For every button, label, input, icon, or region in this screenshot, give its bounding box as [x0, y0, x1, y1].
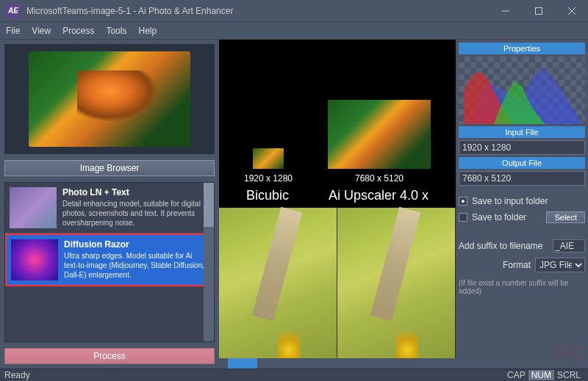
menu-view[interactable]: View — [32, 26, 51, 36]
detail-bicubic[interactable] — [219, 208, 337, 369]
titlebar: AE MicrosoftTeams-image-5-1 - Ai Photo &… — [0, 0, 588, 22]
input-dimensions: 1920 x 1280 — [244, 173, 293, 184]
model-thumb — [11, 239, 58, 280]
model-card-photo-ln[interactable]: Photo LN + Text Detail enhancing model, … — [5, 183, 214, 233]
menu-file[interactable]: File — [6, 26, 20, 36]
select-folder-button[interactable]: Select — [546, 211, 585, 223]
status-scrl: SCRL — [554, 370, 584, 380]
model-list[interactable]: Photo LN + Text Detail enhancing model, … — [4, 182, 215, 342]
scrollbar[interactable] — [204, 183, 214, 341]
output-file-header: Output File — [459, 157, 585, 169]
input-thumb — [253, 148, 284, 169]
input-file-header: Input File — [459, 126, 585, 138]
save-input-checkbox[interactable]: ● — [459, 197, 467, 206]
svg-rect-1 — [535, 7, 542, 14]
model-desc: Ultra sharp edges. Model suitable for Ai… — [64, 251, 208, 280]
input-file-field[interactable] — [459, 140, 585, 155]
status-num: NUM — [528, 370, 554, 380]
maximize-button[interactable] — [522, 0, 555, 22]
format-label: Format — [503, 260, 531, 270]
save-folder-label: Save to folder — [472, 212, 542, 222]
watermark: P.C — [554, 341, 584, 366]
method-label-ai: Ai Upscaler 4.0 x — [329, 188, 429, 203]
save-input-label: Save to input folder — [472, 196, 585, 206]
menubar: File View Process Tools Help — [0, 22, 588, 40]
menu-tools[interactable]: Tools — [107, 26, 127, 36]
window-title: MicrosoftTeams-image-5-1 - Ai Photo & Ar… — [26, 6, 489, 16]
format-select[interactable]: JPG File — [535, 258, 585, 272]
model-card-diffusion-razor[interactable]: Diffusion Razor Ultra sharp edges. Model… — [5, 233, 214, 286]
statusbar: Ready CAP NUM SCRL — [0, 369, 588, 381]
horizontal-scrollbar[interactable] — [219, 358, 456, 369]
model-desc: Detail enhancing model, suitable for dig… — [62, 199, 209, 228]
close-button[interactable] — [555, 0, 588, 22]
model-title: Diffusion Razor — [64, 239, 208, 250]
output-dimensions: 7680 x 5120 — [328, 173, 431, 184]
save-folder-checkbox[interactable] — [459, 213, 467, 222]
output-thumb — [328, 100, 431, 169]
comparison-panel: 1920 x 1280 7680 x 5120 Bicubic Ai Upsca… — [219, 40, 456, 369]
model-title: Photo LN + Text — [62, 187, 209, 197]
suffix-input[interactable] — [553, 239, 585, 253]
status-ready: Ready — [4, 370, 30, 380]
left-panel: Image Browser Photo LN + Text Detail enh… — [0, 40, 219, 369]
menu-help[interactable]: Help — [139, 26, 157, 36]
model-thumb — [10, 187, 57, 228]
properties-header: Properties — [459, 43, 585, 54]
preview-image — [29, 51, 190, 147]
preview-area — [4, 44, 215, 154]
image-browser-button[interactable]: Image Browser — [4, 160, 215, 176]
process-button[interactable]: Process — [4, 348, 215, 364]
minimize-button[interactable] — [489, 0, 522, 22]
menu-process[interactable]: Process — [62, 26, 94, 36]
suffix-label: Add suffix to filename — [459, 241, 548, 251]
suffix-hint: (If file exist a number suffix will be a… — [459, 279, 585, 295]
status-cap: CAP — [504, 370, 528, 380]
histogram — [459, 57, 585, 124]
detail-ai[interactable] — [337, 208, 456, 369]
properties-panel: Properties Input File Output File ● Save… — [456, 40, 588, 369]
app-icon: AE — [6, 4, 21, 18]
output-file-field[interactable] — [459, 171, 585, 186]
method-label-bicubic: Bicubic — [246, 188, 289, 203]
